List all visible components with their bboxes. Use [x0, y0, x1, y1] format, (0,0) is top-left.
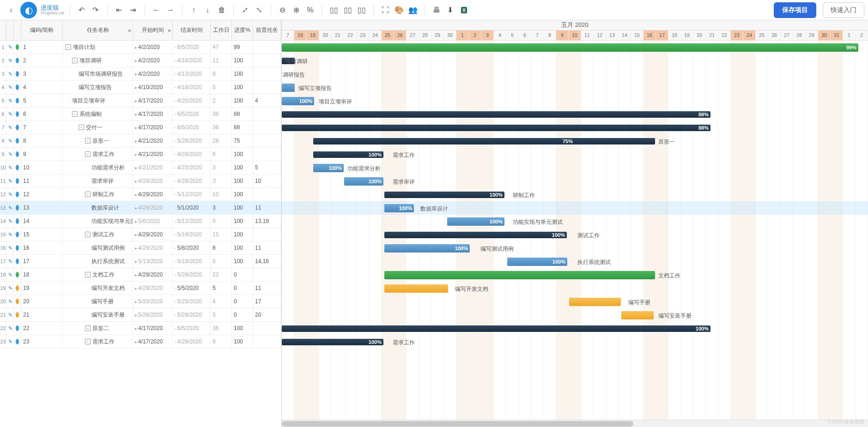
gantt-row[interactable]: 100%执行系统测试: [282, 255, 868, 268]
gantt-bar[interactable]: [282, 84, 295, 92]
cell-dep[interactable]: 11: [253, 201, 281, 214]
gantt-row[interactable]: 编写手册: [282, 295, 868, 308]
cell-code[interactable]: 13: [21, 201, 63, 214]
cell-code[interactable]: 7: [21, 121, 63, 134]
cell-end[interactable]: 5/19/2020: [173, 228, 211, 241]
cell-progress[interactable]: 100: [232, 148, 253, 161]
table-row[interactable]: 55项目立项审评4/17/20204/20/202021004: [0, 94, 281, 108]
grid-body[interactable]: 11-项目计划4/2/20206/5/2020479922-项目调研4/2/20…: [0, 41, 281, 427]
tree-toggle-icon[interactable]: -: [85, 192, 91, 197]
edit-icon[interactable]: [6, 322, 14, 335]
cell-progress[interactable]: 100: [232, 322, 253, 335]
cell-code[interactable]: 18: [21, 268, 63, 281]
cell-days[interactable]: 5: [211, 81, 232, 94]
cell-start[interactable]: 4/10/2020: [133, 81, 173, 94]
edit-icon[interactable]: [6, 228, 14, 241]
gantt-row[interactable]: 100%: [282, 322, 868, 335]
gantt-bar[interactable]: 99%: [282, 43, 858, 52]
cell-days[interactable]: 3: [211, 201, 232, 214]
cell-days[interactable]: 3: [211, 174, 232, 187]
cell-dep[interactable]: 10: [253, 174, 281, 187]
table-row[interactable]: 33编写市场调研报告4/2/20204/13/20208100: [0, 67, 281, 81]
table-row[interactable]: 1616编写测试用例4/29/20205/8/2020810011: [0, 241, 281, 255]
gantt-row[interactable]: 88%: [282, 121, 868, 134]
cell-name[interactable]: -交付一: [63, 121, 133, 134]
edit-icon[interactable]: [6, 188, 14, 201]
download-icon[interactable]: ⬇: [444, 4, 456, 16]
cell-days[interactable]: 28: [211, 134, 232, 147]
cell-progress[interactable]: 100: [232, 335, 253, 348]
zoom-out-icon[interactable]: ⊖: [277, 4, 289, 16]
edit-icon[interactable]: [6, 241, 14, 254]
cell-name[interactable]: -原形二: [63, 322, 133, 335]
table-row[interactable]: 2121编写安装手册5/26/20205/28/20203020: [0, 308, 281, 322]
tree-toggle-icon[interactable]: -: [85, 151, 91, 157]
cell-code[interactable]: 19: [21, 282, 63, 295]
cell-name[interactable]: 功能实现与单元测试: [63, 215, 133, 228]
cell-code[interactable]: 20: [21, 295, 63, 308]
cell-name[interactable]: -需求工作: [63, 148, 133, 161]
cell-name[interactable]: 执行系统测试: [63, 255, 133, 268]
tree-toggle-icon[interactable]: -: [85, 325, 91, 331]
cell-code[interactable]: 5: [21, 94, 63, 107]
cell-end[interactable]: 4/13/2020: [173, 67, 211, 80]
gantt-row[interactable]: 100%需求工作: [282, 148, 868, 161]
table-row[interactable]: 1818-文档工作4/29/20205/28/2020220: [0, 268, 281, 282]
cell-code[interactable]: 15: [21, 228, 63, 241]
cell-code[interactable]: 21: [21, 308, 63, 321]
cell-end[interactable]: 5/12/2020: [173, 188, 211, 201]
cell-dep[interactable]: 13,19: [253, 215, 281, 228]
gantt-bar[interactable]: 100%: [344, 177, 383, 186]
col-progress[interactable]: 进度%: [232, 20, 253, 40]
cell-start[interactable]: 4/21/2020: [133, 134, 173, 147]
gantt-bar[interactable]: 100%: [384, 192, 504, 198]
edit-icon[interactable]: [6, 121, 14, 134]
cell-progress[interactable]: 100: [232, 228, 253, 241]
gantt-row[interactable]: 编写开发文档: [282, 282, 868, 295]
cell-name[interactable]: -项目计划: [63, 41, 133, 54]
cell-progress[interactable]: 100: [232, 81, 253, 94]
edit-icon[interactable]: [6, 255, 14, 268]
back-button[interactable]: ‹: [4, 3, 18, 18]
cell-name[interactable]: -项目调研: [63, 54, 133, 67]
cell-days[interactable]: 5: [211, 215, 232, 228]
cell-progress[interactable]: 0: [232, 268, 253, 281]
gantt-row[interactable]: 100%功能需求分析: [282, 161, 868, 174]
cell-end[interactable]: 5/28/2020: [173, 308, 211, 321]
cell-name[interactable]: 编写市场调研报告: [63, 67, 133, 80]
cell-end[interactable]: 6/5/2020: [173, 41, 211, 54]
cell-end[interactable]: 5/28/2020: [173, 134, 211, 147]
gantt-bar[interactable]: 100%: [384, 232, 567, 238]
cell-dep[interactable]: [253, 228, 281, 241]
cell-days[interactable]: 8: [211, 241, 232, 254]
gantt-row[interactable]: 100%项目立项审评: [282, 94, 868, 108]
edit-icon[interactable]: [6, 335, 14, 348]
edit-icon[interactable]: [6, 201, 14, 214]
cell-code[interactable]: 10: [21, 161, 63, 174]
cell-name[interactable]: 编写立项报告: [63, 81, 133, 94]
cell-progress[interactable]: 100: [232, 54, 253, 67]
gantt-bar[interactable]: [569, 298, 621, 306]
table-row[interactable]: 1919编写开发文档4/29/20205/5/20205011: [0, 282, 281, 295]
gantt-row[interactable]: 文档工作: [282, 268, 868, 282]
cell-end[interactable]: 4/16/2020: [173, 54, 211, 67]
cell-end[interactable]: 4/20/2020: [173, 94, 211, 107]
gantt-row[interactable]: 99%: [282, 41, 868, 54]
collapse-all-icon[interactable]: ⤡: [253, 4, 265, 16]
palette-icon[interactable]: 🎨: [393, 4, 405, 16]
cell-days[interactable]: 36: [211, 108, 232, 120]
tree-toggle-icon[interactable]: -: [85, 272, 91, 277]
gantt-bar[interactable]: 100%: [447, 217, 504, 226]
gantt-row[interactable]: 调研报告: [282, 67, 868, 81]
cell-dep[interactable]: [253, 268, 281, 281]
cell-days[interactable]: 36: [211, 322, 232, 335]
h-scrollbar[interactable]: [282, 420, 868, 427]
fullscreen-icon[interactable]: ⛶: [379, 4, 391, 16]
col-end[interactable]: 结束时间: [173, 20, 211, 40]
cell-days[interactable]: 3: [211, 161, 232, 174]
cell-start[interactable]: 5/13/2020: [133, 255, 173, 268]
table-row[interactable]: 88-原形一4/21/20205/28/20202875: [0, 134, 281, 148]
cell-name[interactable]: 编写手册: [63, 295, 133, 308]
cell-days[interactable]: 47: [211, 41, 232, 54]
cell-progress[interactable]: 0: [232, 308, 253, 321]
